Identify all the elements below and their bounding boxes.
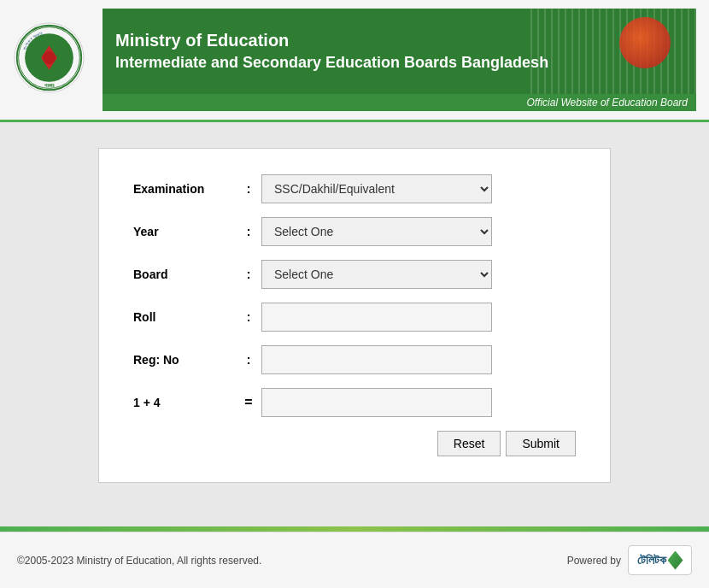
main-content: Examination : SSC/Dakhil/Equivalent HSC/… (0, 122, 709, 526)
examination-label: Examination (133, 182, 236, 196)
captcha-control (261, 388, 492, 417)
reg-no-input[interactable] (261, 345, 492, 374)
board-label: Board (133, 268, 236, 281)
submit-button[interactable]: Submit (506, 431, 576, 456)
board-title: Intermediate and Secondary Education Boa… (115, 54, 683, 72)
ministry-title: Ministry of Education (115, 31, 683, 50)
roll-colon: : (236, 310, 261, 324)
captcha-label: 1 + 4 (133, 396, 236, 409)
svg-text:সরকার: সরকার (44, 83, 55, 88)
board-select[interactable]: Select One Dhaka Chittagong Rajshahi Syl… (261, 260, 492, 289)
reg-no-row: Reg: No : (133, 345, 576, 374)
captcha-row: 1 + 4 = (133, 388, 576, 417)
examination-row: Examination : SSC/Dakhil/Equivalent HSC/… (133, 174, 576, 203)
captcha-equals: = (236, 395, 261, 410)
official-website-text: Official Website of Education Board (103, 94, 696, 111)
footer: ©2005-2023 Ministry of Education, All ri… (0, 532, 709, 588)
svg-point-6 (43, 51, 56, 64)
board-row: Board : Select One Dhaka Chittagong Rajs… (133, 260, 576, 289)
header: সরকার বাংলাদেশ সরকার Ministry of Educati… (0, 0, 709, 122)
year-colon: : (236, 225, 261, 238)
year-label: Year (133, 225, 236, 238)
buttons-row: Reset Submit (133, 431, 576, 456)
examination-control: SSC/Dakhil/Equivalent HSC/Alim/Equivalen… (261, 174, 492, 203)
footer-copyright: ©2005-2023 Ministry of Education, All ri… (17, 555, 261, 567)
teletalk-leaf-icon (668, 551, 683, 570)
reg-no-label: Reg: No (133, 353, 236, 367)
powered-by-label: Powered by (567, 555, 621, 567)
roll-control (261, 303, 492, 332)
examination-select[interactable]: SSC/Dakhil/Equivalent HSC/Alim/Equivalen… (261, 174, 492, 203)
examination-colon: : (236, 182, 261, 196)
captcha-input[interactable] (261, 388, 492, 417)
reset-button[interactable]: Reset (437, 431, 501, 456)
header-main: সরকার বাংলাদেশ সরকার Ministry of Educati… (0, 0, 709, 122)
reg-no-colon: : (236, 353, 261, 367)
year-select[interactable]: Select One 2023 2022 2021 2020 2019 (261, 217, 492, 246)
year-row: Year : Select One 2023 2022 2021 2020 20… (133, 217, 576, 246)
reg-no-control (261, 345, 492, 374)
teletalk-logo: টেলিটক (628, 545, 692, 575)
header-text-block: Ministry of Education Intermediate and S… (103, 9, 696, 94)
board-control: Select One Dhaka Chittagong Rajshahi Syl… (261, 260, 492, 289)
roll-row: Roll : (133, 303, 576, 332)
logo: সরকার বাংলাদেশ সরকার (13, 21, 90, 98)
board-colon: : (236, 268, 261, 281)
teletalk-text: টেলিটক (637, 553, 666, 567)
roll-input[interactable] (261, 303, 492, 332)
form-container: Examination : SSC/Dakhil/Equivalent HSC/… (98, 148, 611, 483)
footer-powered-by: Powered by টেলিটক (567, 545, 692, 575)
year-control: Select One 2023 2022 2021 2020 2019 (261, 217, 492, 246)
roll-label: Roll (133, 310, 236, 324)
